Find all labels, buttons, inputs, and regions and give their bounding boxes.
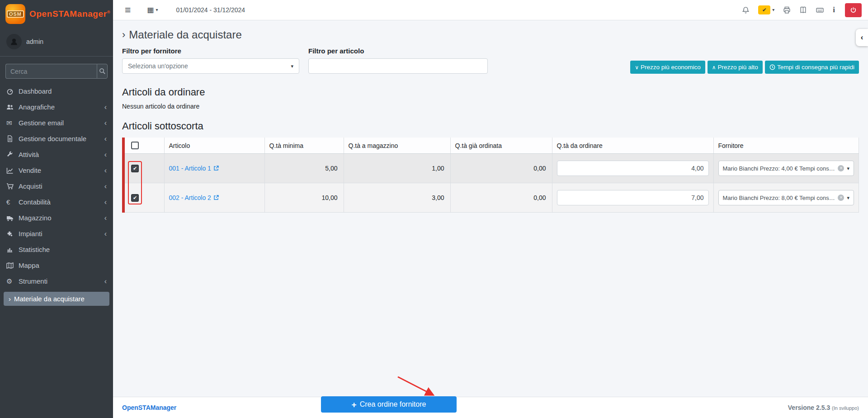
chevron-left-icon: ‹ (104, 278, 107, 285)
table-row: ✔ 001 - Articolo 1 5,00 1,00 0,00 Mario … (123, 154, 859, 183)
article-filter-input[interactable] (308, 58, 488, 74)
supplier-filter-label: Filtro per fornitore (122, 48, 299, 54)
col-header-fornitore: Fornitore (713, 138, 859, 154)
search-icon (99, 68, 106, 75)
row-checkbox[interactable]: ✔ (131, 165, 139, 172)
menu-toggle-icon[interactable]: ≡ (125, 5, 131, 15)
sidebar-item-impianti[interactable]: Impianti ‹ (0, 226, 113, 242)
supplier-row-select[interactable]: Mario Bianchi Prezzo: 4,00 € Tempi conse… (718, 161, 854, 176)
chevron-left-icon: ‹ (104, 167, 107, 174)
app-title: OpenSTAManager® (29, 9, 110, 19)
understock-table: Articolo Q.tà minima Q.tà a magazzino Q.… (122, 138, 859, 213)
chevron-left-icon: ‹ (104, 135, 107, 142)
main-area: ≡ ▦ ▾ 01/01/2024 - 31/12/2024 ✔ ▾ (113, 0, 868, 418)
supplier-row-select[interactable]: Mario Bianchi Prezzo: 8,00 € Tempi conse… (718, 190, 854, 205)
topbar-actions: ✔ ▾ i (742, 3, 862, 17)
sidebar-item-gestione-email[interactable]: ✉ Gestione email ‹ (0, 115, 113, 131)
euro-icon: € (6, 198, 19, 206)
clear-selection-icon[interactable]: × (838, 195, 844, 201)
envelope-icon: ✉ (6, 119, 19, 127)
user-name: admin (26, 38, 43, 45)
dashboard-icon (6, 88, 19, 95)
create-supplier-order-button[interactable]: + Crea ordine fornitore (321, 396, 457, 413)
stock-qty-cell: 1,00 (344, 154, 450, 183)
sidebar-item-gestione-documentale[interactable]: Gestione documentale ‹ (0, 131, 113, 147)
printer-icon (783, 6, 791, 14)
info-button[interactable]: i (833, 5, 835, 14)
ordered-qty-cell: 0,00 (450, 154, 552, 183)
order-qty-input[interactable] (557, 190, 709, 205)
sidebar-item-magazzino[interactable]: Magazzino ‹ (0, 210, 113, 226)
sidebar-item-materiale-da-acquistare-active[interactable]: › Materiale da acquistare (4, 292, 109, 306)
book-icon (799, 6, 807, 14)
chevron-left-icon: ‹ (861, 33, 863, 42)
table-row: ✔ 002 - Articolo 2 10,00 3,00 0,00 Mario… (123, 183, 859, 213)
registered-mark: ® (107, 10, 110, 14)
empty-order-note: Nessun articolo da ordinare (122, 103, 859, 110)
col-header-qta-magazzino: Q.tà a magazzino (344, 138, 450, 154)
logo-badge: OSM (7, 10, 24, 18)
person-icon (9, 37, 19, 46)
period-picker[interactable]: ▦ ▾ (147, 6, 158, 14)
article-link[interactable]: 002 - Articolo 2 (169, 194, 219, 201)
user-panel[interactable]: admin (0, 28, 113, 57)
sidebar-item-strumenti[interactable]: ⚙ Strumenti ‹ (0, 273, 113, 289)
clear-selection-icon[interactable]: × (838, 165, 844, 171)
search-input[interactable] (5, 64, 97, 79)
sidebar-item-mappa[interactable]: Mappa (0, 257, 113, 273)
ordered-qty-cell: 0,00 (450, 183, 552, 213)
clock-icon (769, 64, 775, 70)
sidebar-item-acquisti[interactable]: Acquisti ‹ (0, 178, 113, 194)
caret-down-icon: ▾ (291, 64, 293, 69)
gear-logo-icon: OSM (5, 4, 25, 24)
sidebar-item-vendite[interactable]: Vendite ‹ (0, 162, 113, 178)
chevron-left-icon: ‹ (104, 151, 107, 158)
notifications-button[interactable] (742, 6, 750, 14)
sidebar-search (5, 64, 108, 79)
sidebar-item-anagrafiche[interactable]: Anagrafiche ‹ (0, 99, 113, 115)
plus-icon: + (352, 400, 357, 409)
col-header-qta-minima: Q.tà minima (264, 138, 344, 154)
col-header-qta-gia-ordinata: Q.tà già ordinata (450, 138, 552, 154)
sidebar: OSM OpenSTAManager® admin Dashboard Anag (0, 0, 113, 418)
shortcuts-button[interactable] (816, 6, 824, 14)
footer-brand-link[interactable]: OpenSTAManager (122, 404, 176, 411)
table-header-row: Articolo Q.tà minima Q.tà a magazzino Q.… (123, 138, 859, 154)
panel-collapse-button[interactable]: ‹ (856, 29, 868, 46)
calendar-icon: ▦ (147, 6, 154, 14)
print-button[interactable] (783, 6, 791, 14)
app-logo[interactable]: OSM OpenSTAManager® (0, 0, 113, 28)
docs-button[interactable] (799, 6, 807, 14)
chevron-left-icon: ‹ (104, 214, 107, 222)
chevron-left-icon: ‹ (104, 119, 107, 127)
chevron-right-icon: › (122, 29, 125, 41)
caret-down-icon: ▾ (772, 8, 774, 12)
supplier-filter: Filtro per fornitore Seleziona un'opzion… (122, 48, 299, 74)
sidebar-item-statistiche[interactable]: Statistiche (0, 242, 113, 257)
page-title: › Materiale da acquistare (122, 28, 859, 41)
logout-button[interactable] (845, 3, 862, 17)
sidebar-item-contabilita[interactable]: € Contabilità ‹ (0, 194, 113, 210)
cheapest-price-button[interactable]: ∨ Prezzo più economico (630, 61, 705, 74)
select-all-checkbox[interactable] (131, 142, 139, 149)
app-window: OSM OpenSTAManager® admin Dashboard Anag (0, 0, 868, 418)
supplier-select[interactable]: Seleziona un'opzione ▾ (122, 58, 299, 74)
tasks-status-button[interactable]: ✔ ▾ (758, 5, 774, 14)
caret-down-icon: ▾ (156, 8, 158, 12)
caret-down-icon: ▾ (847, 166, 849, 171)
article-link[interactable]: 001 - Articolo 1 (169, 165, 219, 172)
search-button[interactable] (97, 64, 108, 79)
fastest-delivery-button[interactable]: Tempi di consegna più rapidi (765, 61, 859, 74)
version-label: Versione 2.5.3 (In sviluppo) (788, 404, 859, 411)
chevron-left-icon: ‹ (104, 183, 107, 190)
sidebar-item-dashboard[interactable]: Dashboard (0, 83, 113, 99)
truck-icon (6, 214, 19, 222)
sidebar-item-attivita[interactable]: Attività ‹ (0, 147, 113, 162)
supplier-option-label: Mario Bianchi Prezzo: 4,00 € Tempi conse… (723, 165, 835, 172)
power-icon (850, 7, 857, 14)
row-checkbox[interactable]: ✔ (131, 194, 139, 202)
order-qty-input[interactable] (557, 161, 709, 176)
check-icon: ✔ (133, 195, 137, 200)
highest-price-button[interactable]: ∧ Prezzo più alto (708, 61, 763, 74)
date-range[interactable]: 01/01/2024 - 31/12/2024 (176, 6, 245, 14)
